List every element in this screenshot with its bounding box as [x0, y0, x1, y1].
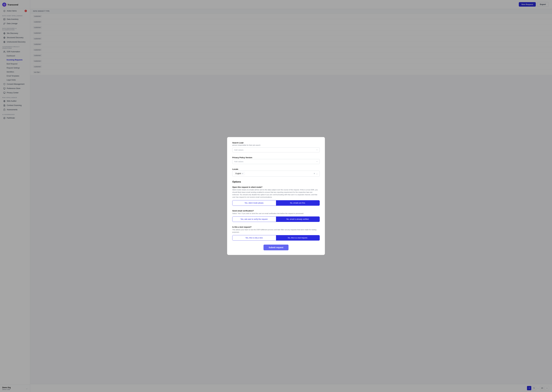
- test-request-toggle: Yes, this is only a test. No, this is a …: [232, 235, 320, 241]
- locale-chevron-icon[interactable]: ⌄: [316, 172, 318, 175]
- privacy-policy-select[interactable]: Add values: [232, 159, 320, 164]
- locale-tag-english: English ✕: [234, 172, 245, 175]
- test-request-title: Is this a test request?: [232, 226, 320, 228]
- submit-row: Submit request: [232, 245, 320, 250]
- locale-remove-icon[interactable]: ✕: [242, 173, 244, 175]
- email-verification-block: Send email verification? Select "Yes" if…: [232, 210, 320, 222]
- search-lead-sublabel: person responsible for their job search: [232, 144, 320, 146]
- silent-mode-toggle: Yes, silent mode please. No, emails are …: [232, 200, 320, 206]
- locale-select-wrapper[interactable]: English ✕ ✕ ⌄: [232, 171, 320, 176]
- privacy-policy-label: Privacy Policy Version: [232, 156, 320, 159]
- locale-clear-icon[interactable]: ✕: [313, 172, 315, 175]
- email-verification-yes-button[interactable]: Yes, ask user to verify the request.: [232, 217, 276, 222]
- email-verification-toggle: Yes, ask user to verify the request. No,…: [232, 217, 320, 222]
- privacy-policy-section: Privacy Policy Version Add values: [232, 156, 320, 164]
- email-verification-no-button[interactable]: No, email is already verified.: [276, 217, 320, 222]
- silent-mode-desc: Silent mode means no emails will be sent…: [232, 189, 320, 198]
- test-request-yes-button[interactable]: Yes, this is only a test.: [232, 235, 276, 240]
- locale-label: Locale: [232, 168, 320, 170]
- search-lead-select[interactable]: Add values: [232, 147, 320, 153]
- test-request-no-button[interactable]: No, this is a real request.: [276, 235, 320, 240]
- email-verification-title: Send email verification?: [232, 210, 320, 212]
- search-lead-label: Search Lead: [232, 142, 320, 144]
- test-request-desc: This allows your team to test the DSR fu…: [232, 229, 320, 234]
- modal-overlay[interactable]: Search Lead person responsible for their…: [0, 0, 552, 392]
- submit-request-button[interactable]: Submit request: [263, 245, 289, 250]
- search-lead-section: Search Lead person responsible for their…: [232, 142, 320, 153]
- locale-section: Locale English ✕ ✕ ⌄: [232, 168, 320, 176]
- locale-value: English: [235, 173, 241, 175]
- options-section: Options Open this request in silent mode…: [232, 181, 320, 241]
- silent-mode-yes-button[interactable]: Yes, silent mode please.: [232, 200, 276, 206]
- locale-controls: ✕ ⌄: [313, 172, 318, 175]
- options-heading: Options: [232, 181, 320, 183]
- silent-mode-block: Open this request in silent mode? Silent…: [232, 186, 320, 206]
- silent-mode-no-button[interactable]: No, emails are fine.: [276, 200, 320, 206]
- new-request-modal: Search Lead person responsible for their…: [227, 137, 325, 255]
- email-verification-desc: Select "Yes" if you wish to send the use…: [232, 212, 320, 215]
- silent-mode-title: Open this request in silent mode?: [232, 186, 320, 188]
- test-request-block: Is this a test request? This allows your…: [232, 226, 320, 241]
